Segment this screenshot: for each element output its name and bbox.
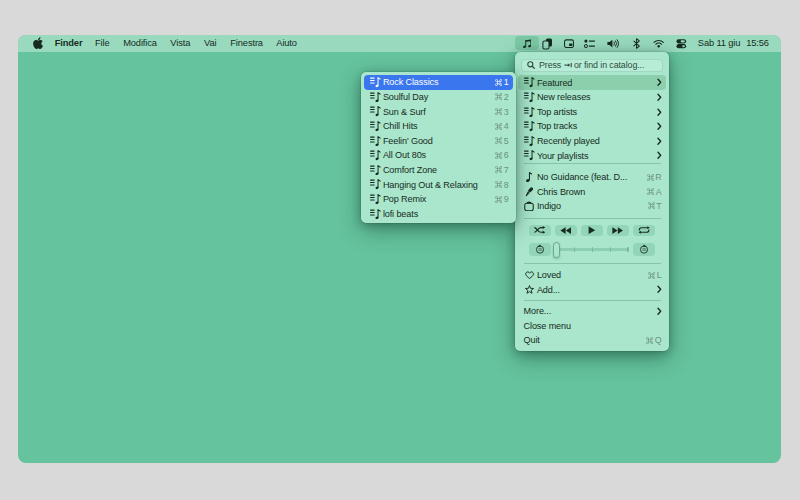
svg-text:15: 15	[538, 247, 543, 252]
svg-text:15: 15	[642, 247, 647, 252]
